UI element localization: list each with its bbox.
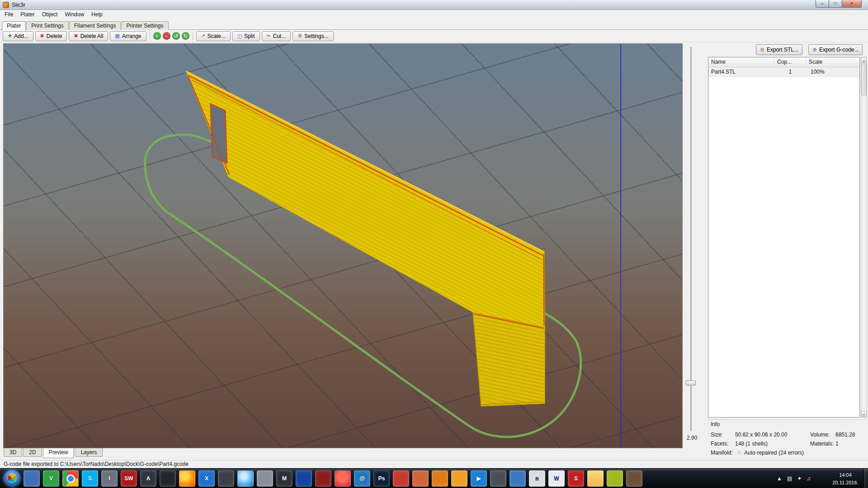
layer-slider[interactable]: 2.90 [684, 43, 703, 448]
taskbar-app-icon[interactable]: SW [121, 470, 137, 487]
taskbar-clock[interactable]: 14:04 20.11.2016. [829, 471, 862, 486]
toolbar-button-label: Cut... [273, 33, 286, 39]
toolbar-button-label: Settings... [304, 33, 328, 39]
taskbar-app-icon[interactable] [179, 470, 195, 487]
view-mode-tab[interactable]: 3D [4, 448, 22, 457]
toolbar-round-button[interactable]: ↻ [182, 32, 189, 40]
taskbar-app-icon[interactable] [451, 470, 467, 487]
start-button[interactable] [4, 470, 20, 487]
taskbar-app-icon[interactable]: n [529, 470, 545, 487]
toolbar-button-icon: ⚙ [297, 33, 302, 38]
gcode-preview-viewport[interactable] [3, 43, 683, 448]
column-header[interactable]: Scale [806, 57, 859, 67]
main-tabbar: PlaterPrint SettingsFilament SettingsPri… [0, 19, 868, 30]
taskbar-app-icon[interactable] [218, 470, 234, 487]
taskbar-app-icon[interactable] [412, 470, 429, 487]
export-stl-button[interactable]: ⚙ Export STL... [756, 44, 802, 55]
clock-date: 20.11.2016. [829, 479, 862, 487]
taskbar-app-icon[interactable] [296, 470, 312, 487]
layer-slider-track[interactable] [690, 47, 692, 431]
scroll-up-icon[interactable]: ▲ [861, 57, 867, 63]
scroll-down-icon[interactable]: ▼ [861, 411, 867, 417]
menu-item[interactable]: Help [88, 10, 106, 19]
maximize-button[interactable]: □ [829, 0, 842, 8]
taskbar-app-icon[interactable]: S [568, 470, 584, 487]
toolbar-button-icon: ✂ [267, 33, 271, 38]
taskbar-app-icon[interactable] [160, 470, 176, 487]
view-mode-tab[interactable]: Preview [43, 448, 74, 458]
export-stl-icon: ⚙ [760, 47, 764, 53]
scrollbar-thumb[interactable] [861, 64, 867, 95]
taskbar-app-icon[interactable] [509, 470, 526, 487]
toolbar-button[interactable]: ◫ Split [232, 31, 260, 41]
taskbar-app-icon[interactable] [237, 470, 254, 487]
app-glyph: SW [124, 475, 133, 482]
close-button[interactable]: × [842, 0, 862, 8]
toolbar-button[interactable]: ✂ Cut... [262, 31, 291, 41]
column-header[interactable]: Name [708, 57, 774, 67]
volume-label: Volume: [810, 432, 830, 438]
facets-value: 148 (1 shells) [735, 441, 768, 447]
view-mode-tab[interactable]: 2D [23, 448, 42, 457]
tray-icon[interactable]: ▤ [787, 475, 792, 482]
taskbar-app-icon[interactable]: Ps [373, 470, 390, 487]
toolbar-round-button[interactable]: ↺ [172, 32, 180, 40]
taskbar-app-icon[interactable] [490, 470, 506, 487]
toolbar-button[interactable]: ▦ Arrange [110, 31, 146, 41]
taskbar-app-icon[interactable] [607, 470, 623, 487]
view-mode-tab[interactable]: Layers [75, 448, 103, 457]
toolbar-button[interactable]: ✖ Delete All [69, 31, 108, 41]
toolbar-button[interactable]: ✖ Delete [35, 31, 67, 41]
main-tab[interactable]: Plater [2, 21, 26, 31]
status-text: G-code file exported to C:\Users\TorNado… [4, 461, 189, 467]
taskbar-app-icon[interactable] [315, 470, 331, 487]
tray-icon[interactable]: ▲ [777, 475, 782, 482]
tray-icon[interactable]: ♫ [807, 475, 811, 482]
taskbar-app-icon[interactable]: A [140, 470, 156, 487]
taskbar-app-icon[interactable] [432, 470, 448, 487]
main-tab[interactable]: Print Settings [26, 21, 68, 30]
menu-item[interactable]: File [1, 10, 17, 19]
object-list-scrollbar[interactable]: ▲ ▼ [861, 57, 867, 418]
taskbar-app-icon[interactable] [257, 470, 273, 487]
toolbar-button[interactable]: ⚙ Settings... [292, 31, 333, 41]
taskbar-app-icon[interactable]: X [198, 470, 215, 487]
titlebar[interactable]: Slic3r – □ × [0, 0, 868, 10]
export-gcode-button[interactable]: ⚙ Export G-code... [808, 44, 863, 55]
toolbar-button-label: Scale... [208, 33, 226, 39]
menu-item[interactable]: Plater [17, 10, 38, 19]
taskbar-app-icon[interactable] [24, 470, 40, 487]
taskbar-app-icon[interactable]: I [101, 470, 118, 487]
export-gcode-label: Export G-code... [819, 47, 859, 53]
menu-item[interactable]: Window [61, 10, 88, 19]
column-header[interactable]: Cop... [774, 57, 806, 67]
menu-item[interactable]: Object [38, 10, 61, 19]
show-desktop-button[interactable] [863, 469, 868, 488]
minimize-button[interactable]: – [816, 0, 829, 8]
app-glyph: W [554, 475, 559, 482]
manifold-label: Manifold: [711, 450, 733, 456]
toolbar-round-button[interactable]: + [153, 32, 161, 40]
main-tab[interactable]: Printer Settings [121, 21, 168, 30]
object-row[interactable]: Part4.STL 1 100% [708, 67, 859, 77]
tray-icon[interactable]: ✦ [797, 475, 802, 482]
taskbar-app-icon[interactable] [587, 470, 604, 487]
layer-slider-thumb[interactable] [686, 380, 696, 385]
toolbar-button[interactable]: ↗ Scale... [196, 31, 231, 41]
main-tab[interactable]: Filament Settings [69, 21, 121, 30]
taskbar-app-icon[interactable] [393, 470, 409, 487]
taskbar-app-icon[interactable]: V [43, 470, 59, 487]
toolbar-button[interactable]: ✚ Add... [3, 31, 33, 41]
taskbar-app-icon[interactable]: W [548, 470, 565, 487]
clock-time: 14:04 [829, 471, 862, 479]
taskbar-app-icon[interactable]: M [276, 470, 292, 487]
taskbar-app-icon[interactable] [62, 470, 79, 487]
taskbar-app-icon[interactable]: @ [354, 470, 370, 487]
taskbar-app-icon[interactable] [626, 470, 642, 487]
perimeter-line [543, 254, 544, 326]
toolbar-button-icon: ◫ [237, 33, 242, 38]
taskbar-app-icon[interactable]: S [82, 470, 98, 487]
taskbar-app-icon[interactable]: ▶ [471, 470, 487, 487]
taskbar-app-icon[interactable] [335, 470, 351, 487]
toolbar-round-button[interactable]: − [163, 32, 170, 40]
